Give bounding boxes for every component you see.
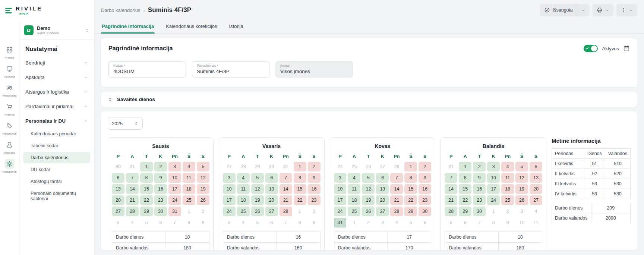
day-cell[interactable]: 26 bbox=[362, 207, 375, 216]
day-cell[interactable]: 17 bbox=[223, 195, 236, 205]
day-cell[interactable]: 27 bbox=[265, 207, 278, 216]
day-cell[interactable]: 17 bbox=[487, 184, 500, 194]
day-cell[interactable]: 14 bbox=[126, 184, 139, 194]
day-cell[interactable]: 1 bbox=[140, 162, 153, 171]
day-cell[interactable]: 16 bbox=[154, 184, 167, 194]
day-cell[interactable]: 14 bbox=[445, 184, 457, 194]
day-cell[interactable]: 24 bbox=[168, 195, 181, 205]
day-cell[interactable]: 6 bbox=[376, 173, 389, 183]
day-cell[interactable]: 2 bbox=[419, 162, 431, 171]
day-cell[interactable]: 29 bbox=[140, 207, 153, 216]
day-cell[interactable]: 28 bbox=[390, 207, 403, 216]
day-cell[interactable]: 8 bbox=[294, 173, 306, 183]
day-cell[interactable]: 3 bbox=[487, 162, 500, 171]
rail-item-atsargos[interactable]: Atsargos bbox=[4, 140, 15, 154]
day-cell[interactable]: 21 bbox=[445, 195, 457, 205]
more-actions-button[interactable] bbox=[616, 4, 637, 16]
day-cell[interactable]: 19 bbox=[197, 184, 209, 194]
day-cell[interactable]: 22 bbox=[459, 195, 471, 205]
day-cell[interactable]: 20 bbox=[530, 184, 542, 194]
tab-pagrindine-informacija[interactable]: Pagrindinė informacija bbox=[101, 20, 155, 33]
day-cell[interactable]: 5 bbox=[362, 173, 375, 183]
day-cell[interactable]: 22 bbox=[140, 195, 153, 205]
tab-kalendoriaus-korekcijos[interactable]: Kalendoriaus korekcijos bbox=[165, 20, 218, 33]
day-cell[interactable]: 14 bbox=[280, 184, 292, 194]
day-cell[interactable]: 3 bbox=[168, 162, 181, 171]
day-cell[interactable]: 12 bbox=[515, 173, 528, 183]
day-cell[interactable]: 15 bbox=[140, 184, 153, 194]
day-cell[interactable]: 7 bbox=[126, 173, 139, 183]
day-cell[interactable]: 23 bbox=[473, 195, 486, 205]
rail-item-personalas[interactable]: Personalas bbox=[3, 83, 17, 97]
day-cell[interactable]: 7 bbox=[445, 173, 457, 183]
day-cell[interactable]: 29 bbox=[404, 207, 417, 216]
rail-item-pradzia[interactable]: Pradžia bbox=[4, 45, 15, 59]
day-cell[interactable]: 8 bbox=[140, 173, 153, 183]
day-cell[interactable]: 9 bbox=[154, 173, 167, 183]
print-button[interactable] bbox=[593, 4, 613, 16]
day-cell[interactable]: 24 bbox=[487, 195, 500, 205]
day-cell[interactable]: 10 bbox=[223, 184, 236, 194]
sidebar-item-tabelio-kodai[interactable]: Tabelio kodai bbox=[23, 140, 90, 151]
day-cell[interactable]: 12 bbox=[362, 184, 375, 194]
tab-istorija[interactable]: Istorija bbox=[228, 20, 244, 33]
day-cell[interactable]: 11 bbox=[501, 173, 514, 183]
sidebar-group-personalas-ir-du[interactable]: Personalas ir DU bbox=[19, 114, 94, 128]
day-cell[interactable]: 13 bbox=[530, 173, 542, 183]
sidebar-item-kalendoriaus-periodai[interactable]: Kalendoriaus periodai bbox=[23, 128, 90, 139]
day-cell[interactable]: 16 bbox=[473, 184, 486, 194]
day-cell[interactable]: 23 bbox=[419, 195, 431, 205]
day-cell[interactable]: 27 bbox=[530, 195, 542, 205]
day-cell[interactable]: 8 bbox=[459, 173, 471, 183]
day-cell[interactable]: 9 bbox=[419, 173, 431, 183]
day-cell[interactable]: 21 bbox=[390, 195, 403, 205]
sidebar-item-personalo-dokumentu-sablonai[interactable]: Personalo dokumentų šablonai bbox=[23, 188, 90, 204]
day-cell[interactable]: 6 bbox=[112, 173, 124, 183]
day-cell[interactable]: 6 bbox=[530, 162, 542, 171]
day-cell[interactable]: 26 bbox=[515, 195, 528, 205]
day-cell[interactable]: 31 bbox=[168, 207, 181, 216]
day-cell[interactable]: 16 bbox=[308, 184, 321, 194]
day-cell[interactable]: 19 bbox=[515, 184, 528, 194]
day-cell[interactable]: 13 bbox=[112, 184, 124, 194]
day-cell[interactable]: 10 bbox=[334, 184, 347, 194]
day-cell[interactable]: 25 bbox=[183, 195, 195, 205]
day-cell[interactable]: 28 bbox=[280, 207, 292, 216]
day-cell[interactable]: 31 bbox=[334, 218, 347, 227]
day-cell[interactable]: 26 bbox=[251, 207, 264, 216]
day-cell[interactable]: 17 bbox=[334, 195, 347, 205]
day-cell[interactable]: 25 bbox=[501, 195, 514, 205]
day-cell[interactable]: 9 bbox=[308, 173, 321, 183]
day-cell[interactable]: 23 bbox=[308, 195, 321, 205]
day-cell[interactable]: 28 bbox=[126, 207, 139, 216]
day-cell[interactable]: 11 bbox=[237, 184, 250, 194]
day-cell[interactable]: 12 bbox=[251, 184, 264, 194]
day-cell[interactable]: 28 bbox=[445, 207, 457, 216]
day-cell[interactable]: 15 bbox=[404, 184, 417, 194]
day-cell[interactable]: 24 bbox=[223, 207, 236, 216]
day-cell[interactable]: 4 bbox=[237, 173, 250, 183]
day-cell[interactable]: 7 bbox=[390, 173, 403, 183]
day-cell[interactable]: 4 bbox=[348, 173, 360, 183]
day-cell[interactable]: 24 bbox=[334, 207, 347, 216]
day-cell[interactable]: 1 bbox=[404, 162, 417, 171]
day-cell[interactable]: 21 bbox=[280, 195, 292, 205]
day-cell[interactable]: 2 bbox=[154, 162, 167, 171]
year-select[interactable]: 2025 bbox=[108, 117, 143, 130]
day-cell[interactable]: 26 bbox=[197, 195, 209, 205]
day-cell[interactable]: 14 bbox=[390, 184, 403, 194]
day-cell[interactable]: 19 bbox=[362, 195, 375, 205]
day-cell[interactable]: 30 bbox=[473, 207, 486, 216]
day-cell[interactable]: 22 bbox=[294, 195, 306, 205]
day-cell[interactable]: 30 bbox=[154, 207, 167, 216]
day-cell[interactable]: 18 bbox=[348, 195, 360, 205]
day-cell[interactable]: 4 bbox=[183, 162, 195, 171]
day-cell[interactable]: 20 bbox=[112, 195, 124, 205]
day-cell[interactable]: 2 bbox=[473, 162, 486, 171]
sidebar-item-atostogu-tarifai[interactable]: Atostogų tarifai bbox=[23, 176, 90, 187]
sidebar-item-darbo-kalendorius[interactable]: Darbo kalendorius bbox=[23, 152, 90, 163]
day-cell[interactable]: 20 bbox=[376, 195, 389, 205]
sidebar-group-atsargos-ir-logistika[interactable]: Atsargos ir logistika bbox=[19, 85, 94, 99]
day-cell[interactable]: 13 bbox=[376, 184, 389, 194]
weekdays-section-header[interactable]: Savaitės dienos bbox=[101, 92, 637, 107]
